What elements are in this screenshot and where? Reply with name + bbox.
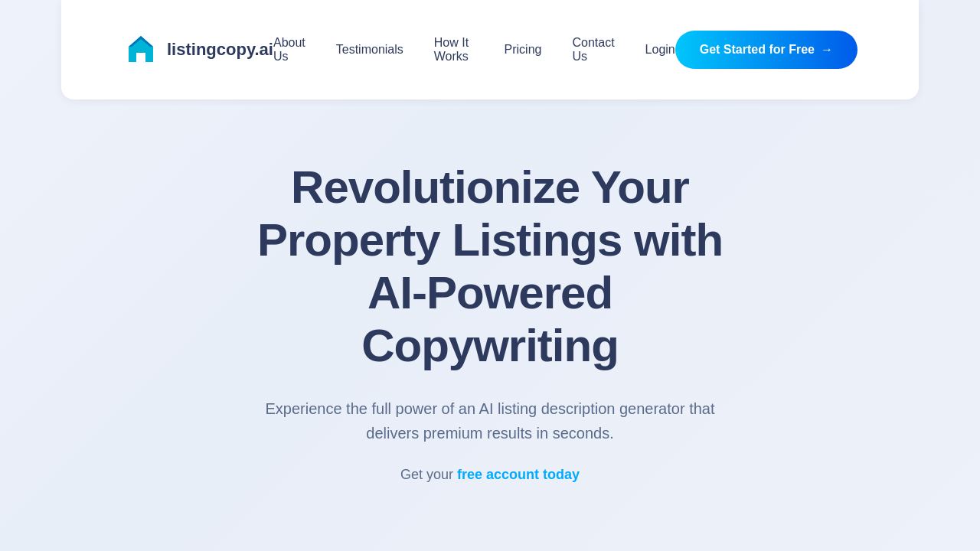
get-started-button[interactable]: Get Started for Free →: [675, 31, 858, 69]
hero-cta-link[interactable]: free account today: [457, 467, 580, 482]
hero-title: Revolutionize Your Property Listings wit…: [245, 161, 735, 372]
svg-rect-0: [136, 53, 145, 62]
hero-subtitle: Experience the full power of an AI listi…: [245, 396, 735, 445]
hero-cta-prefix: Get your: [400, 467, 453, 482]
nav-how-it-works[interactable]: How It Works: [434, 36, 469, 63]
nav-testimonials[interactable]: Testimonials: [336, 43, 403, 56]
hero-section: Revolutionize Your Property Listings wit…: [0, 99, 980, 529]
nav-links: About Us Testimonials How It Works Prici…: [273, 36, 675, 64]
nav-pricing[interactable]: Pricing: [505, 43, 542, 56]
nav-login[interactable]: Login: [645, 43, 675, 56]
navbar: listingcopy.ai About Us Testimonials How…: [61, 0, 919, 99]
logo-text: listingcopy.ai: [167, 40, 273, 60]
hero-cta-text: Get your free account today: [400, 467, 580, 483]
nav-about-us[interactable]: About Us: [273, 36, 305, 63]
logo-link[interactable]: listingcopy.ai: [122, 31, 273, 68]
get-started-label: Get Started for Free: [700, 43, 815, 57]
nav-contact-us[interactable]: Contact Us: [572, 36, 614, 63]
logo-icon: [122, 31, 159, 68]
arrow-icon: →: [821, 43, 833, 57]
